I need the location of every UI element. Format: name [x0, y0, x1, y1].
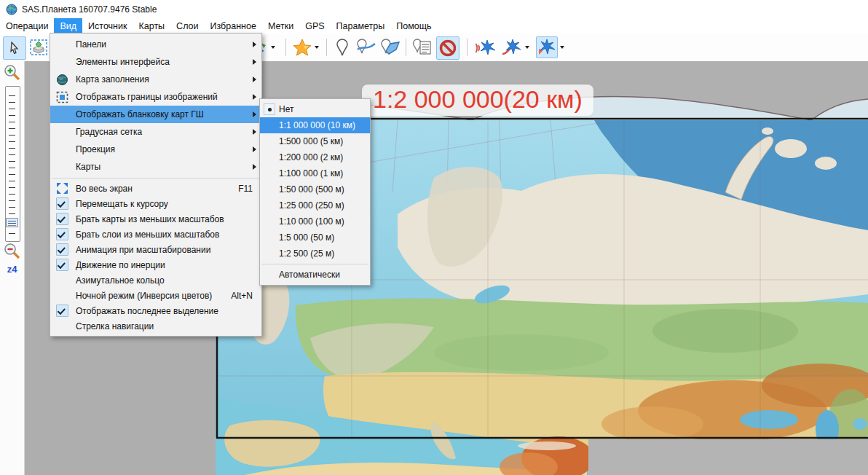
- blanking-submenu-item[interactable]: 1:50 000 (500 м): [260, 181, 370, 197]
- add-placemark-button[interactable]: [332, 36, 352, 58]
- map-forest-patch: [434, 334, 609, 371]
- zoom-slider-handle[interactable]: [6, 218, 18, 227]
- menu-item-label: Стрелка навигации: [74, 321, 261, 331]
- blanking-submenu-item[interactable]: Автоматически: [260, 267, 370, 283]
- view-menu-item[interactable]: Брать слои из меньших масштабов: [50, 227, 261, 242]
- scale-indicator-overlay: 1:2 000 000(20 км): [362, 85, 593, 116]
- menu-item-label: Карта заполнения: [74, 74, 253, 85]
- blanking-submenu-item[interactable]: 1:1 000 000 (10 км): [260, 117, 370, 133]
- add-path-button[interactable]: [355, 36, 377, 58]
- view-menu-item[interactable]: Градусная сетка: [50, 123, 261, 141]
- title-bar: SAS.Планета 160707.9476 Stable: [0, 0, 868, 18]
- blanking-submenu-item[interactable]: 1:25 000 (250 м): [260, 197, 370, 213]
- view-menu-item[interactable]: Стрелка навигации: [50, 318, 261, 334]
- submenu-arrow-icon: [253, 94, 256, 100]
- view-menu-item[interactable]: Брать карты из меньших масштабов: [50, 211, 261, 227]
- menu-item-gutter: [50, 197, 74, 210]
- menubar-item-метки[interactable]: Метки: [262, 18, 299, 34]
- zoom-slider-ticks: [9, 90, 15, 234]
- menu-item-label: Анимация при масштабировании: [74, 245, 261, 255]
- view-menu-item[interactable]: Ночной режим (Инверсия цветов)Alt+N: [50, 288, 261, 303]
- submenu-item-label: 1:10 000 (100 м): [279, 216, 344, 227]
- blanking-submenu-item[interactable]: 1:5 000 (50 м): [260, 229, 370, 246]
- blanking-submenu-item[interactable]: Нет: [260, 101, 370, 117]
- zoom-in-button[interactable]: [4, 64, 21, 82]
- menu-item-gutter: [50, 305, 74, 317]
- menu-item-gutter: [50, 259, 74, 271]
- placemark-icon: [336, 38, 349, 57]
- placemark-manager-button[interactable]: [411, 36, 433, 58]
- map-unloaded-area: [588, 439, 868, 475]
- gps-follow-icon: [537, 39, 556, 56]
- submenu-arrow-icon: [253, 76, 256, 82]
- menubar-item-операции[interactable]: Операции: [0, 18, 54, 34]
- checkmark-icon: [56, 305, 68, 317]
- map-forest-patch: [652, 309, 798, 353]
- gps-track-icon: [501, 38, 523, 57]
- checkmark-icon: [56, 259, 68, 271]
- blanking-submenu-item[interactable]: 1:200 000 (2 км): [260, 149, 370, 165]
- favorites-button[interactable]: [291, 36, 320, 58]
- view-menu-item[interactable]: Движение по инерции: [50, 257, 261, 272]
- checkmark-icon: [56, 213, 68, 225]
- polygon-icon: [380, 38, 401, 57]
- menubar-item-помощь[interactable]: Помощь: [390, 18, 437, 34]
- view-menu-item[interactable]: Проекция: [50, 141, 261, 158]
- fill-map-globe-icon: [56, 74, 68, 86]
- map-himalaya: [518, 441, 576, 450]
- view-menu-popup: ПанелиЭлементы интерфейсаКарта заполнени…: [50, 33, 262, 337]
- menubar-item-избранное[interactable]: Избранное: [205, 18, 262, 34]
- menu-item-shortcut: F11: [238, 184, 261, 194]
- menu-item-label: Азимутальное кольцо: [74, 275, 261, 286]
- cursor-arrow-icon: [9, 42, 20, 55]
- menubar-item-параметры[interactable]: Параметры: [331, 18, 391, 34]
- menu-item-gutter: [50, 228, 74, 240]
- menubar-item-карты[interactable]: Карты: [133, 18, 170, 34]
- view-menu-item[interactable]: Перемещать к курсору: [50, 196, 261, 211]
- menu-item-label: Движение по инерции: [74, 260, 261, 270]
- image-bounds-icon: [56, 91, 68, 103]
- gps-follow-button[interactable]: [533, 36, 567, 58]
- zoom-out-button[interactable]: [4, 243, 21, 260]
- toolbar-separator: [467, 39, 467, 56]
- gps-track-button[interactable]: [500, 36, 530, 58]
- menu-item-label: Проекция: [74, 144, 253, 154]
- submenu-item-label: 1:2 500 (25 м): [279, 248, 334, 259]
- menubar-item-gps[interactable]: GPS: [299, 18, 330, 34]
- add-polygon-button[interactable]: [379, 36, 401, 58]
- blanking-submenu-item[interactable]: 1:10 000 (100 м): [260, 213, 370, 229]
- map-island: [775, 139, 807, 158]
- map-island: [762, 127, 773, 135]
- blanking-submenu-item[interactable]: 1:100 000 (1 км): [260, 165, 370, 181]
- view-menu-item[interactable]: Отображать бланковку карт ГШ: [50, 106, 261, 123]
- cursor-tool-button[interactable]: [3, 36, 26, 60]
- view-menu-item[interactable]: Карты: [50, 158, 261, 176]
- map-aral-sea: [853, 418, 867, 430]
- prohibition-icon: [439, 39, 457, 57]
- selection-box-icon: [29, 38, 48, 57]
- menubar-item-источник[interactable]: Источник: [82, 18, 133, 34]
- menu-item-label: Ночной режим (Инверсия цветов): [74, 291, 231, 301]
- view-menu-item[interactable]: Отображать последнее выделение: [50, 303, 261, 318]
- menu-item-gutter: [50, 243, 74, 256]
- view-menu-item[interactable]: Отображать границы изображений: [50, 88, 261, 106]
- gps-signal-icon: [474, 38, 496, 57]
- menu-item-label: Отображать бланковку карт ГШ: [74, 109, 253, 119]
- view-menu-item[interactable]: Азимутальное кольцо: [50, 272, 261, 288]
- hide-marks-button[interactable]: [436, 36, 459, 60]
- blanking-submenu-item[interactable]: 1:500 000 (5 км): [260, 133, 370, 149]
- gps-connect-button[interactable]: [473, 36, 497, 58]
- blanking-submenu-item[interactable]: 1:2 500 (25 м): [260, 246, 370, 262]
- dropdown-caret-icon: [525, 46, 529, 49]
- view-menu-item[interactable]: Во весь экранF11: [50, 181, 261, 196]
- zoom-slider[interactable]: [5, 86, 20, 242]
- view-menu-item[interactable]: Анимация при масштабировании: [50, 242, 261, 257]
- view-menu-item[interactable]: Панели: [50, 36, 261, 53]
- toolbar-separator: [326, 39, 327, 56]
- menubar-item-слои[interactable]: Слои: [170, 18, 204, 34]
- view-menu-item[interactable]: Элементы интерфейса: [50, 53, 261, 71]
- submenu-item-label: 1:500 000 (5 км): [279, 136, 343, 146]
- view-menu-item[interactable]: Карта заполнения: [50, 71, 261, 88]
- gps-follow-selected-box: [536, 36, 558, 58]
- menubar-item-вид[interactable]: Вид: [54, 18, 82, 34]
